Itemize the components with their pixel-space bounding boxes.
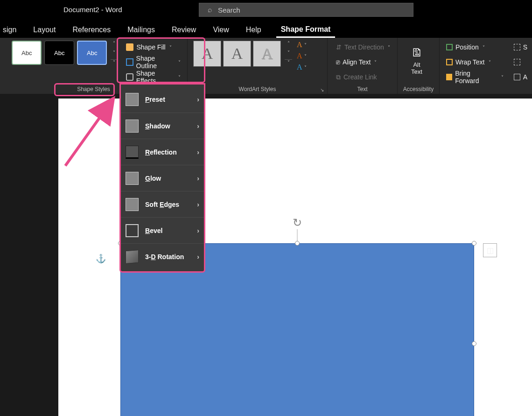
tab-help[interactable]: Help: [241, 22, 266, 38]
effect-label: Shadow: [145, 122, 170, 130]
shape-outline-label: Shape Outline: [136, 55, 175, 70]
create-link-button: ⧉ Create Link: [332, 71, 394, 84]
bring-forward-icon: [446, 74, 452, 80]
tab-layout[interactable]: Layout: [28, 22, 60, 38]
link-icon: ⧉: [336, 73, 341, 81]
effect-thumb-icon: [126, 172, 139, 185]
shape-style-1[interactable]: Abc: [12, 41, 42, 65]
alt-text-button[interactable]: 🖻 Alt Text: [400, 41, 433, 81]
effect-thumb-icon: [126, 250, 139, 264]
effects--d-rotation[interactable]: 3-D Rotation›: [121, 243, 204, 269]
chevron-right-icon: ›: [197, 122, 199, 130]
layout-options-button[interactable]: ◫: [483, 243, 497, 257]
effect-label: 3-D Rotation: [145, 253, 184, 261]
wrap-text-label: Wrap Text: [455, 58, 485, 66]
align-icon: [514, 74, 520, 80]
position-icon: [446, 44, 453, 50]
effect-thumb-icon: [126, 198, 139, 211]
text-group-label: Text: [330, 85, 394, 94]
effect-thumb-icon: [126, 224, 139, 237]
effects-reflection[interactable]: Reflection›: [121, 139, 204, 165]
search-placeholder: Search: [218, 6, 240, 14]
selection-pane-label: S: [523, 43, 527, 51]
chevron-right-icon: ›: [197, 253, 199, 261]
tab-view[interactable]: View: [208, 22, 233, 38]
align-text-button[interactable]: ⎚ Align Text ˅: [332, 56, 394, 69]
text-direction-label: Text Direction: [344, 43, 384, 51]
effects-soft-edges[interactable]: Soft Edges›: [121, 191, 204, 217]
document-title: Document2 - Word: [63, 6, 122, 14]
resize-handle[interactable]: [472, 341, 476, 346]
wordart-style-1[interactable]: A: [193, 41, 221, 67]
tab-shape-format[interactable]: Shape Format: [276, 22, 336, 38]
effects-preset[interactable]: Preset›: [121, 86, 204, 113]
text-effects-button[interactable]: A˅: [297, 63, 307, 71]
arrange-group-label: [442, 85, 529, 94]
tab-mailings[interactable]: Mailings: [123, 22, 160, 38]
pen-outline-icon: [126, 58, 133, 66]
align-label: A: [523, 73, 527, 81]
effects-icon: [126, 73, 133, 81]
tab-references[interactable]: References: [68, 22, 115, 38]
align-text-label: Align Text: [343, 58, 371, 66]
chevron-right-icon: ›: [197, 201, 199, 208]
align-text-icon: ⎚: [336, 58, 340, 66]
position-button[interactable]: Position˅: [442, 41, 507, 54]
wordart-up-icon[interactable]: ˄: [285, 41, 292, 47]
effect-label: Glow: [145, 175, 161, 182]
bucket-icon: [126, 43, 133, 51]
effect-label: Soft Edges: [145, 201, 179, 208]
shape-fill-button[interactable]: Shape Fill ˅: [122, 41, 184, 54]
wordart-group-label: WordArt Styles: [190, 85, 324, 94]
search-icon: ⌕: [208, 6, 212, 14]
effects-bevel[interactable]: Bevel›: [121, 217, 204, 243]
wrap-text-button[interactable]: Wrap Text˅: [442, 56, 507, 69]
effects-glow[interactable]: Glow›: [121, 165, 204, 191]
shape-style-3[interactable]: Abc: [77, 41, 107, 65]
styles-up-icon[interactable]: ˄: [111, 41, 118, 47]
search-box[interactable]: ⌕ Search: [199, 3, 413, 17]
alt-text-label1: Alt: [413, 61, 420, 68]
effect-thumb-icon: [126, 93, 139, 106]
effect-label: Reflection: [145, 148, 177, 156]
effect-label: Preset: [145, 96, 165, 103]
wordart-down-icon[interactable]: ˅: [285, 50, 292, 56]
tab-review[interactable]: Review: [167, 22, 201, 38]
wordart-launcher-icon[interactable]: ↘: [319, 86, 325, 93]
ribbon-tabs: sign Layout References Mailings Review V…: [0, 22, 532, 38]
styles-more-icon[interactable]: ˅: [111, 59, 118, 66]
selection-pane-icon: [514, 44, 520, 50]
rotation-handle-icon[interactable]: ↻: [293, 216, 302, 229]
shape-outline-button[interactable]: Shape Outline ˅: [122, 56, 184, 69]
effect-thumb-icon: [126, 120, 139, 133]
chevron-right-icon: ›: [197, 148, 199, 156]
rotation-connector: [297, 229, 298, 242]
text-direction-icon: ⇵: [336, 43, 342, 51]
send-backward-button[interactable]: [512, 56, 529, 69]
resize-handle[interactable]: [295, 241, 300, 246]
bring-forward-button[interactable]: Bring Forward ˅: [442, 71, 507, 84]
shape-effects-button[interactable]: Shape Effects ˅: [122, 71, 184, 84]
chevron-right-icon: ›: [197, 96, 199, 103]
wordart-more-icon[interactable]: ˅: [285, 59, 292, 66]
shape-effects-label: Shape Effects: [136, 70, 175, 85]
send-backward-icon: [514, 59, 520, 65]
text-fill-button[interactable]: A˅: [297, 41, 307, 49]
shape-style-2[interactable]: Abc: [44, 41, 74, 65]
alt-text-icon: 🖻: [411, 46, 422, 59]
document-area: ⚓ ↻ ◫: [0, 94, 532, 416]
resize-handle[interactable]: [472, 241, 476, 246]
chevron-down-icon: ˅: [178, 60, 181, 65]
align-button[interactable]: A: [512, 71, 529, 84]
wrap-text-icon: [446, 59, 453, 65]
tab-design[interactable]: sign: [0, 22, 21, 38]
styles-down-icon[interactable]: ˅: [111, 50, 118, 56]
effects-shadow[interactable]: Shadow›: [121, 113, 204, 139]
wordart-style-3[interactable]: A: [253, 41, 281, 67]
wordart-style-2[interactable]: A: [223, 41, 251, 67]
chevron-down-icon: ˅: [178, 75, 181, 80]
effect-label: Bevel: [145, 227, 162, 234]
text-outline-button[interactable]: A˅: [297, 52, 307, 60]
shape-effects-menu: Preset›Shadow›Reflection›Glow›Soft Edges…: [119, 83, 205, 273]
selection-pane-button[interactable]: S: [512, 41, 529, 54]
